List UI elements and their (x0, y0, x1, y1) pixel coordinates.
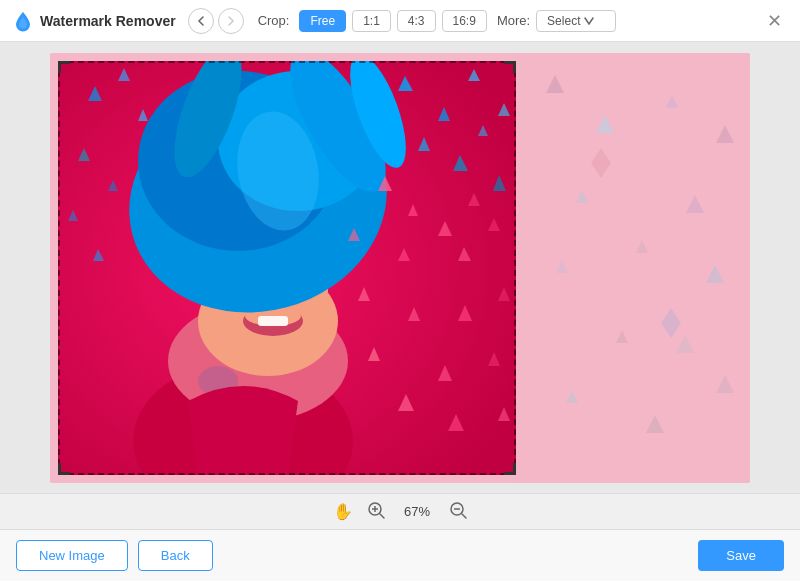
corner-top-right (504, 61, 516, 73)
close-button[interactable]: ✕ (760, 7, 788, 35)
new-image-button[interactable]: New Image (16, 540, 128, 571)
app-title: Watermark Remover (40, 13, 176, 29)
crop-options: Free 1:1 4:3 16:9 (299, 10, 486, 32)
crop-label: Crop: (258, 13, 290, 28)
chevron-down-icon (584, 17, 594, 25)
back-arrow-icon (196, 16, 206, 26)
nav-buttons (188, 8, 244, 34)
zoom-bar: ✋ 67% (0, 493, 800, 529)
more-label: More: (497, 13, 530, 28)
image-container (50, 53, 750, 483)
crop-4x3-button[interactable]: 4:3 (397, 10, 436, 32)
more-section: More: Select (497, 10, 616, 32)
corner-top-left (58, 61, 70, 73)
crop-region (58, 61, 516, 475)
logo-icon (12, 10, 34, 32)
zoom-in-icon[interactable] (367, 501, 385, 523)
zoom-out-icon[interactable] (449, 501, 467, 523)
crop-free-button[interactable]: Free (299, 10, 346, 32)
zoom-level: 67% (399, 504, 435, 519)
back-button[interactable]: Back (138, 540, 213, 571)
back-nav-button[interactable] (188, 8, 214, 34)
forward-nav-button[interactable] (218, 8, 244, 34)
corner-bottom-left (58, 463, 70, 475)
canvas-area (0, 42, 800, 493)
corner-bottom-right (504, 463, 516, 475)
forward-arrow-icon (226, 16, 236, 26)
save-button[interactable]: Save (698, 540, 784, 571)
select-dropdown[interactable]: Select (536, 10, 616, 32)
hand-tool-icon[interactable]: ✋ (333, 502, 353, 521)
image-full (50, 53, 750, 483)
crop-16x9-button[interactable]: 16:9 (442, 10, 487, 32)
svg-line-79 (462, 514, 466, 518)
select-label: Select (547, 14, 580, 28)
crop-1x1-button[interactable]: 1:1 (352, 10, 391, 32)
svg-line-75 (380, 514, 384, 518)
app-logo: Watermark Remover (12, 10, 176, 32)
right-panel-triangles (516, 53, 750, 483)
bottom-bar: New Image Back Save (0, 529, 800, 581)
titlebar: Watermark Remover Crop: Free 1:1 4:3 16:… (0, 0, 800, 42)
